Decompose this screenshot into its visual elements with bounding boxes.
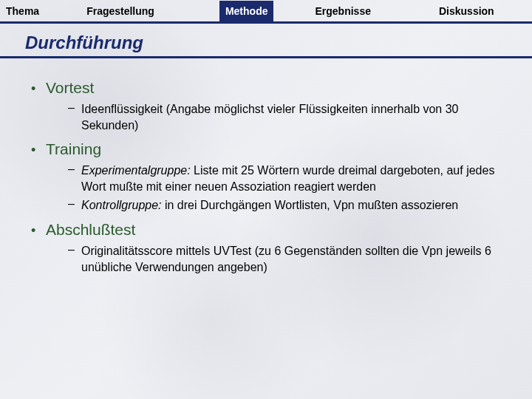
bullet-vortest: • Vortest – Ideenflüssigkeit (Angabe mög… xyxy=(30,79,502,133)
bullet-label: Vortest xyxy=(46,79,94,97)
sub-text: Ideenflüssigkeit (Angabe möglichst viele… xyxy=(81,101,502,133)
section-title: Durchführung xyxy=(0,24,532,58)
bullet-icon: • xyxy=(30,81,46,97)
sub-item: – Kontrollgruppe: in drei Durchgängen Wo… xyxy=(68,197,502,214)
tab-thema[interactable]: Thema xyxy=(0,1,45,21)
tab-diskussion[interactable]: Diskussion xyxy=(433,1,500,21)
nav-tabs: Thema Fragestellung Methode Ergebnisse D… xyxy=(0,0,532,24)
bullet-icon: • xyxy=(30,223,46,239)
tab-fragestellung[interactable]: Fragestellung xyxy=(81,1,160,21)
sub-text: Originalitätsscore mittels UVTest (zu 6 … xyxy=(81,243,502,275)
dash-icon: – xyxy=(68,101,81,133)
bullet-label: Abschlußtest xyxy=(46,221,135,239)
bullet-abschlusstest: • Abschlußtest – Originalitätsscore mitt… xyxy=(30,221,502,275)
sub-item: – Experimentalgruppe: Liste mit 25 Wörte… xyxy=(68,163,502,194)
tab-ergebnisse[interactable]: Ergebnisse xyxy=(309,1,376,21)
dash-icon: – xyxy=(68,197,81,214)
tab-methode[interactable]: Methode xyxy=(219,1,274,21)
sub-text: Kontrollgruppe: in drei Durchgängen Wort… xyxy=(81,197,458,214)
bullet-label: Training xyxy=(46,140,101,158)
dash-icon: – xyxy=(68,243,81,275)
dash-icon: – xyxy=(68,163,81,194)
bullet-icon: • xyxy=(30,143,46,158)
bullet-training: • Training – Experimentalgruppe: Liste m… xyxy=(30,140,502,214)
sub-text: Experimentalgruppe: Liste mit 25 Wörtern… xyxy=(81,163,502,194)
content-area: • Vortest – Ideenflüssigkeit (Angabe mög… xyxy=(0,58,532,275)
sub-item: – Originalitätsscore mittels UVTest (zu … xyxy=(68,243,502,275)
sub-item: – Ideenflüssigkeit (Angabe möglichst vie… xyxy=(68,101,502,133)
